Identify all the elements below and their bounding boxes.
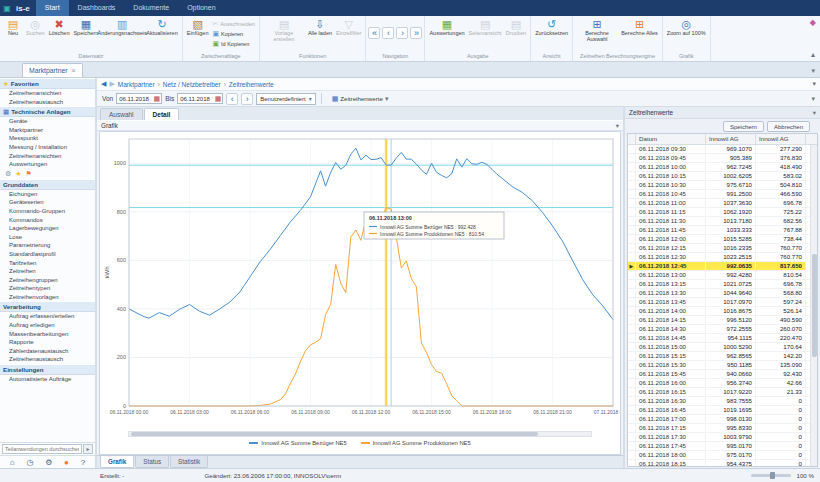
grafik-collapse-icon[interactable]: ▾ bbox=[616, 122, 619, 129]
zoom-slider[interactable] bbox=[751, 474, 791, 477]
table-row[interactable]: 06.11.2018 11:451033.333767.88 bbox=[628, 226, 817, 235]
nav-first-button[interactable]: « bbox=[368, 27, 380, 39]
bis-date-input[interactable] bbox=[178, 96, 214, 102]
bottom-tab-status[interactable]: Status bbox=[135, 456, 169, 468]
sidebar-item-zeitreihenansichten[interactable]: Zeitreihenansichten bbox=[0, 152, 95, 161]
zeitreihenwerte-panel-header[interactable]: Zeitreihenwerte ▾ bbox=[625, 107, 820, 119]
tab-detail[interactable]: Detail bbox=[144, 108, 180, 120]
sidebar-item-zeitreihenaustausch[interactable]: Zeitreihenaustausch bbox=[0, 355, 95, 364]
app-icon[interactable]: ▣ bbox=[0, 4, 14, 13]
table-row[interactable]: 06.11.2018 11:151062.1920725.22 bbox=[628, 208, 817, 217]
tab-auswahl[interactable]: Auswahl bbox=[100, 108, 143, 120]
table-row[interactable]: 06.11.2018 16:451019.16950 bbox=[628, 406, 817, 415]
history-icon[interactable]: ◷ bbox=[26, 458, 33, 467]
sidebar-item-geräteserien[interactable]: Geräteserien bbox=[0, 198, 95, 207]
auswertungen-button[interactable]: ▦Auswertungen bbox=[427, 17, 466, 37]
panel-collapse-icon[interactable]: ▾ bbox=[813, 109, 816, 117]
drucken-button[interactable]: ▤Drucken bbox=[504, 17, 528, 37]
table-row[interactable]: 06.11.2018 11:301013.7180682.56 bbox=[628, 217, 817, 226]
berechne-auswahl-button[interactable]: ⊞Berechne Auswahl bbox=[575, 17, 619, 43]
table-row[interactable]: 06.11.2018 09:45905.389376.830 bbox=[628, 154, 817, 163]
star-icon[interactable]: ★ bbox=[15, 170, 21, 178]
breadcrumb-item-netz-netzbetreiber[interactable]: Netz / Netzbetreiber bbox=[163, 81, 221, 88]
menu-tab-dokumente[interactable]: Dokumente bbox=[124, 0, 178, 16]
sidebar-item-zeitreihenvorlagen[interactable]: Zeitreihenvorlagen bbox=[0, 293, 95, 302]
table-row[interactable]: 06.11.2018 10:151002.6205583.02 bbox=[628, 172, 817, 181]
sidebar-item-tarifzeiten[interactable]: Tarifzeiten bbox=[0, 259, 95, 268]
close-icon[interactable]: × bbox=[72, 67, 76, 74]
sidebar-item-parametrierung[interactable]: Parametrierung bbox=[0, 241, 95, 250]
scrollbar-thumb[interactable] bbox=[131, 432, 538, 436]
home-icon[interactable]: ⌂ bbox=[10, 458, 15, 467]
löschen-button[interactable]: ✖Löschen bbox=[47, 17, 72, 37]
table-vertical-scrollbar[interactable] bbox=[810, 145, 817, 466]
breadcrumb-collapse-icon[interactable]: ▾ bbox=[812, 80, 816, 88]
table-row[interactable]: 06.11.2018 11:001037.3630696.78 bbox=[628, 199, 817, 208]
zoom-auf-100%-button[interactable]: ◎Zoom auf 100% bbox=[665, 17, 708, 37]
table-row[interactable]: 06.11.2018 17:45995.01700 bbox=[628, 442, 817, 451]
calendar-icon[interactable]: ▦ bbox=[154, 95, 162, 103]
alert-icon[interactable]: ● bbox=[64, 458, 69, 467]
table-row[interactable]: 06.11.2018 16:30983.75550 bbox=[628, 397, 817, 406]
column-header-datum-0[interactable]: Datum bbox=[636, 134, 706, 144]
settings-icon[interactable]: ⚙ bbox=[45, 458, 52, 467]
table-row[interactable]: 06.11.2018 17:15995.83300 bbox=[628, 424, 817, 433]
filter-collapse-icon[interactable]: ▾ bbox=[811, 95, 815, 103]
timeseries-chart[interactable]: 0200400600800100006.11.2018 00:0006.11.2… bbox=[102, 134, 620, 430]
cancel-button[interactable]: Abbrechen bbox=[767, 121, 810, 132]
grafik-section-header[interactable]: Grafik ▾ bbox=[97, 120, 623, 131]
table-row[interactable]: 06.11.2018 14:45954.1115220.470 bbox=[628, 334, 817, 343]
sidebar-section-grunddaten[interactable]: Grunddaten bbox=[0, 179, 95, 190]
table-row[interactable]: 06.11.2018 13:00992.4280810.54 bbox=[628, 271, 817, 280]
id-kopieren-button[interactable]: ▣Id Kopieren bbox=[210, 39, 256, 49]
sidebar-item-messpunkt[interactable]: Messpunkt bbox=[0, 134, 95, 143]
breadcrumb-item-zeitreihenwerte[interactable]: Zeitreihenwerte bbox=[229, 81, 274, 88]
table-row[interactable]: 06.11.2018 09:30969.1070277.290 bbox=[628, 145, 817, 154]
range-select[interactable]: Benutzerdefiniert ▾ bbox=[256, 93, 315, 105]
zoom-slider-thumb[interactable] bbox=[770, 472, 775, 479]
wrench-icon[interactable]: ⚙ bbox=[5, 170, 11, 178]
zurücksetzen-button[interactable]: ↺Zurücksetzen bbox=[533, 17, 570, 37]
einfügen-button[interactable]: ▧Einfügen bbox=[185, 17, 211, 37]
scrollbar-thumb[interactable] bbox=[812, 254, 817, 357]
table-row[interactable]: 06.11.2018 17:301003.97900 bbox=[628, 433, 817, 442]
sidebar-item-auswertungen[interactable]: Auswertungen bbox=[0, 160, 95, 169]
sidebar-item-kommandos[interactable]: Kommandos bbox=[0, 216, 95, 225]
bottom-tab-grafik[interactable]: Grafik bbox=[100, 456, 134, 468]
sidebar-item-auftrag-erfassen-erteilen[interactable]: Auftrag erfassen/erteilen bbox=[0, 312, 95, 321]
sidebar-item-auftrag-erledigen[interactable]: Auftrag erledigen bbox=[0, 321, 95, 330]
breadcrumb-item-marktpartner[interactable]: Marktpartner bbox=[118, 81, 155, 88]
table-row[interactable]: 06.11.2018 14:15996.5120490.590 bbox=[628, 316, 817, 325]
sidebar-item-zeitreihentypen[interactable]: Zeitreihentypen bbox=[0, 284, 95, 293]
sidebar-item-rapporte[interactable]: Rapporte bbox=[0, 338, 95, 347]
search-button[interactable]: ▸ bbox=[83, 444, 93, 454]
sidebar-item-eichungen[interactable]: Eichungen bbox=[0, 190, 95, 199]
table-row[interactable]: 06.11.2018 12:001015.5285738.44 bbox=[628, 235, 817, 244]
table-row[interactable]: 06.11.2018 18:00975.01700 bbox=[628, 451, 817, 460]
sidebar-section-technische-anlagen[interactable]: ▦Technische Anlagen bbox=[0, 106, 95, 117]
table-row[interactable]: 06.11.2018 15:15962.8565142.20 bbox=[628, 352, 817, 361]
menu-tab-start[interactable]: Start bbox=[36, 0, 69, 16]
sidebar-item-lose[interactable]: Lose bbox=[0, 233, 95, 242]
table-row[interactable]: 06.11.2018 15:30950.1185135.090 bbox=[628, 361, 817, 370]
sidebar-section-einstellungen[interactable]: Einstellungen bbox=[0, 364, 95, 375]
sidebar-item-geräte[interactable]: Geräte bbox=[0, 117, 95, 126]
table-row[interactable]: 06.11.2018 12:151016.2335760.770 bbox=[628, 244, 817, 253]
chart-horizontal-scrollbar[interactable] bbox=[128, 431, 592, 437]
nav-prev-button[interactable]: ‹ bbox=[382, 27, 394, 39]
sidebar-item-massenbearbeitungen[interactable]: Massenbearbeitungen bbox=[0, 330, 95, 339]
kopieren-button[interactable]: ▣Kopieren bbox=[210, 29, 256, 39]
doctab-overflow-icon[interactable]: ▾ bbox=[806, 67, 820, 77]
vorlage-erstellen-button[interactable]: ▤Vorlage erstellen bbox=[262, 17, 306, 43]
sidebar-item-automatisierte-aufträge[interactable]: Automatisierte Aufträge bbox=[0, 375, 95, 384]
menu-tab-optionen[interactable]: Optionen bbox=[178, 0, 224, 16]
ribbon-collapse-icon[interactable]: ▴ bbox=[811, 50, 815, 59]
sidebar-item-zählerdatenaustausch[interactable]: Zählerdatenaustausch bbox=[0, 347, 95, 356]
calendar-icon[interactable]: ▦ bbox=[215, 95, 223, 103]
table-row[interactable]: 06.11.2018 10:00962.7245418.490 bbox=[628, 163, 817, 172]
help-icon[interactable]: ? bbox=[81, 458, 85, 467]
nav-back-button[interactable]: ◀ bbox=[101, 80, 106, 88]
save-button[interactable]: Speichern bbox=[723, 121, 764, 132]
table-row[interactable]: 06.11.2018 12:301023.2515760.770 bbox=[628, 253, 817, 262]
sidebar-section-verarbeitung[interactable]: Verarbeitung bbox=[0, 301, 95, 312]
